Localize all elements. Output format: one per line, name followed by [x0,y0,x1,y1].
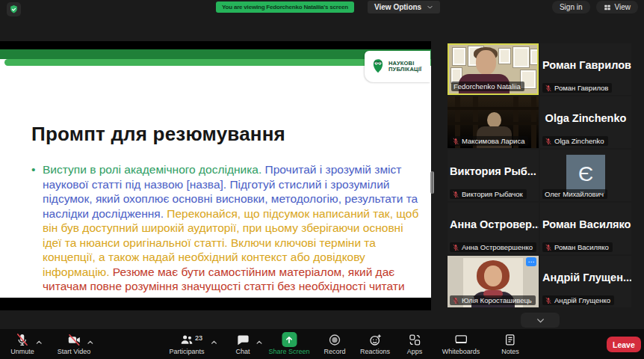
view-options-label: View Options [374,3,421,11]
participant-tile-Роман Гаврилов[interactable]: Роман ГавриловРоман Гаврилов [540,43,631,95]
chat-label: Chat [235,348,250,355]
participant-name-text: Андрій Глущенко [554,296,610,304]
whiteboard-icon [453,332,468,347]
meeting-toolbar: UnmuteStart Video23ParticipantsChatShare… [0,329,644,359]
tile-more-options-button[interactable]: ⋯ [526,257,536,266]
participant-tile-Fedorchenko Nataliia[interactable]: Fedorchenko Nataliia [448,43,539,95]
participant-display-name: Анна Островер... [448,218,539,230]
sign-in-button[interactable]: Sign in [552,1,590,13]
participant-name-text: Роман Гаврилов [554,84,608,92]
whiteboards-label: Whiteboards [442,348,480,355]
chevron-up-icon[interactable] [256,336,263,349]
shared-screen-region: НАУКОВІ ПУБЛІКАЦІЇ Промпт для резюмуванн… [0,41,431,310]
chevron-down-icon [427,4,433,10]
view-options-button[interactable]: View Options [368,1,440,13]
reactions-button[interactable]: Reactions [360,332,390,355]
participants-label: Participants [169,348,204,355]
security-shield-icon[interactable] [7,2,21,16]
apps-icon [407,332,422,347]
participant-tile-Юлія Коросташивець[interactable]: ⋯Юлія Коросташивець [448,256,539,307]
view-button-label: View [615,3,631,11]
record-button[interactable]: Record [323,332,345,355]
chat-icon [235,332,250,347]
mic-muted-icon [545,85,552,92]
slide-title: Промпт для резюмування [31,123,285,146]
body-segment-0: Виступи в ролі академічного дослідника. [43,163,261,176]
notes-button[interactable]: Notes [501,332,519,355]
participant-name-text: Анна Островершенко [462,243,533,251]
mic-muted-icon [545,138,552,145]
whiteboards-button[interactable]: Whiteboards [442,332,480,355]
record-icon [327,332,342,347]
chat-button[interactable]: Chat [235,332,250,355]
participant-name-text: Fedorchenko Nataliia [453,82,521,90]
participant-display-name: Роман Василяко [540,218,631,230]
chevron-up-icon[interactable] [35,336,43,349]
participant-name-label: Олег Михайлович [542,189,607,199]
participant-name-label: Юлія Коросташивець [450,295,536,305]
participant-name-label: Андрій Глущенко [542,295,614,305]
apps-button[interactable]: Apps [407,332,423,355]
participant-name-text: Юлія Коросташивець [462,296,532,304]
owl-logo-icon [371,58,385,76]
naukovi-publikatsii-logo: НАУКОВІ ПУБЛІКАЦІЇ [365,51,430,82]
mic-muted-icon [452,244,459,251]
participant-name-label: Максимова Лариса [450,136,528,146]
participant-display-name: Olga Zinchenko [540,112,631,124]
participant-tiles-grid: Fedorchenko NataliiaРоман ГавриловРоман … [448,43,631,307]
apps-label: Apps [407,348,423,355]
participant-name-label: Анна Островершенко [450,242,536,252]
share-screen-label: Share Screen [268,348,309,355]
viewing-banner: You are viewing Fedorchenko Nataliia's s… [216,1,354,13]
participant-name-label: Роман Гаврилов [542,83,612,93]
participant-display-name: Виктория Рыб... [448,165,539,177]
participant-name-text: Олег Михайлович [545,190,604,198]
start-video-button[interactable]: Start Video [58,332,90,355]
participant-tile-Olga Zinchenko[interactable]: Olga ZinchenkoOlga Zinchenko [540,96,631,148]
panel-resize-handle[interactable] [430,171,434,194]
mic-muted-icon [452,191,459,198]
mic-muted-icon [545,297,552,304]
bullet-glyph: • [31,162,35,177]
unmute-label: Unmute [10,348,34,355]
participant-tile-Виктория Рыбачок[interactable]: Виктория Рыб...Виктория Рыбачок [448,150,539,201]
mic-off-icon [15,332,30,347]
participants-count-badge: 23 [195,334,202,342]
chevron-up-icon[interactable] [87,336,94,349]
participants-button[interactable]: 23Participants [169,332,204,355]
participants-icon [179,332,194,347]
mic-muted-icon [545,244,552,251]
logo-text: НАУКОВІ ПУБЛІКАЦІЇ [388,61,421,73]
mic-muted-icon [452,138,459,145]
participant-name-text: Olga Zinchenko [554,137,604,145]
participant-tile-Роман Василяко[interactable]: Роман ВасилякоРоман Василяко [540,203,631,254]
chevron-up-icon[interactable] [210,336,217,349]
chevron-down-icon [536,316,545,325]
leave-button[interactable]: Leave [607,337,641,352]
participant-tile-Андрій Глущенко[interactable]: Андрій Глущен...Андрій Глущенко [540,256,631,307]
zoom-meeting-window: You are viewing Fedorchenko Nataliia's s… [0,0,644,359]
participant-display-name: Роман Гаврилов [540,59,631,71]
unmute-button[interactable]: Unmute [10,332,34,355]
participant-name-label: Olga Zinchenko [542,136,608,146]
reactions-icon [368,332,383,347]
slide-body-text: •Виступи в ролі академічного дослідника.… [31,162,423,298]
participant-tile-Максимова Лариса[interactable]: Максимова Лариса [448,96,539,148]
reactions-label: Reactions [360,348,390,355]
view-button[interactable]: View [596,1,639,13]
presentation-slide: НАУКОВІ ПУБЛІКАЦІЇ Промпт для резюмуванн… [0,49,431,298]
gallery-collapse-button[interactable] [521,313,560,328]
video-off-icon [66,332,81,347]
notes-label: Notes [501,348,519,355]
start-video-label: Start Video [58,348,90,355]
participant-name-text: Максимова Лариса [462,137,524,145]
participant-tile-Анна Островершенко[interactable]: Анна Островер...Анна Островершенко [448,203,539,254]
participant-tile-Олег Михайлович[interactable]: ЄОлег Михайлович [540,150,631,201]
participant-name-text: Виктория Рыбачок [462,190,523,198]
grid-view-icon [604,4,611,11]
participant-name-label: Виктория Рыбачок [450,189,527,199]
participant-name-label: Роман Василяко [542,242,613,252]
participant-display-name: Андрій Глущен... [540,271,631,283]
share-screen-button[interactable]: Share Screen [268,332,309,355]
notes-icon [503,332,518,347]
